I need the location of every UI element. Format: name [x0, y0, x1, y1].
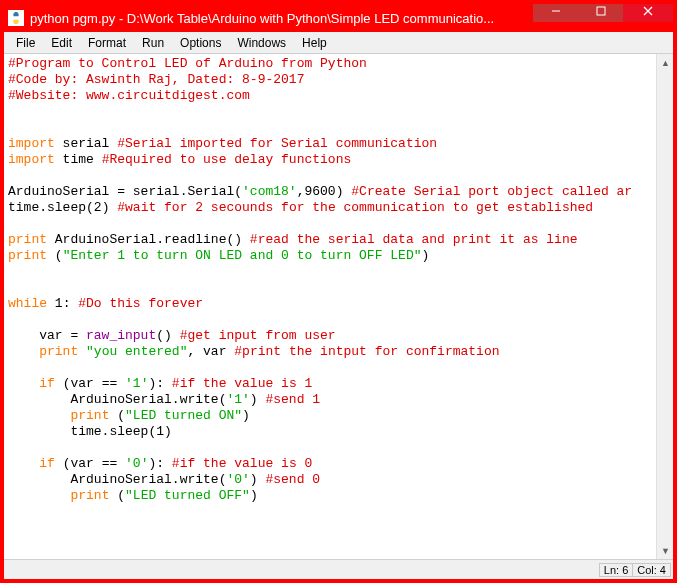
menu-format[interactable]: Format — [80, 34, 134, 52]
code-text: ) — [250, 488, 258, 503]
menu-file[interactable]: File — [8, 34, 43, 52]
code-number: 1 — [55, 296, 63, 311]
code-keyword: print — [8, 232, 47, 247]
code-string: 'com18' — [242, 184, 297, 199]
code-comment: #print the intput for confirmation — [234, 344, 499, 359]
code-string: "you entered" — [86, 344, 187, 359]
minimize-button[interactable] — [533, 0, 578, 22]
statusbar: Ln: 6 Col: 4 — [4, 559, 673, 579]
code-text — [8, 456, 39, 471]
code-text: ( — [109, 408, 125, 423]
code-text — [8, 376, 39, 391]
menu-edit[interactable]: Edit — [43, 34, 80, 52]
code-comment: #Serial imported for Serial communicatio… — [117, 136, 437, 151]
code-text: ArduinoSerial.write( — [8, 472, 226, 487]
editor-area: #Program to Control LED of Arduino from … — [4, 54, 673, 559]
code-comment: #get input from user — [180, 328, 336, 343]
code-text: time.sleep( — [8, 200, 94, 215]
code-text: ) — [242, 408, 250, 423]
code-text: ( — [109, 488, 125, 503]
code-keyword: if — [39, 456, 55, 471]
code-text: ): — [148, 376, 171, 391]
code-text: (var == — [55, 456, 125, 471]
code-keyword: import — [8, 136, 55, 151]
code-number: 1 — [156, 424, 164, 439]
code-text: () — [156, 328, 179, 343]
scroll-up-arrow[interactable]: ▲ — [657, 54, 674, 71]
code-keyword: print — [8, 248, 47, 263]
menu-options[interactable]: Options — [172, 34, 229, 52]
code-keyword: print — [70, 408, 109, 423]
window-title: python pgm.py - D:\Work Table\Arduino wi… — [30, 11, 533, 26]
close-button[interactable] — [623, 0, 673, 22]
code-comment: #Website: www.circuitdigest.com — [8, 88, 250, 103]
code-text — [8, 408, 70, 423]
code-comment: #if the value is 0 — [172, 456, 312, 471]
code-text: ): — [148, 456, 171, 471]
code-number: 2 — [94, 200, 102, 215]
maximize-button[interactable] — [578, 0, 623, 22]
code-string: '1' — [226, 392, 249, 407]
status-col: Col: 4 — [632, 563, 671, 577]
menubar: File Edit Format Run Options Windows Hel… — [4, 32, 673, 54]
code-comment: #Code by: Aswinth Raj, Dated: 8-9-2017 — [8, 72, 304, 87]
code-comment: #read the serial data and print it as li… — [250, 232, 578, 247]
app-icon — [8, 10, 24, 26]
code-string: "LED turned OFF" — [125, 488, 250, 503]
code-comment: #Create Serial port object called ar — [351, 184, 632, 199]
code-string: "LED turned ON" — [125, 408, 242, 423]
code-text: serial — [55, 136, 117, 151]
code-text: ) — [250, 472, 266, 487]
code-string: '1' — [125, 376, 148, 391]
code-text: ) — [250, 392, 266, 407]
svg-rect-1 — [597, 7, 605, 15]
code-number: 9600 — [304, 184, 335, 199]
scroll-down-arrow[interactable]: ▼ — [657, 542, 674, 559]
code-text: var = — [8, 328, 86, 343]
code-text — [8, 344, 39, 359]
code-keyword: while — [8, 296, 47, 311]
code-text — [47, 296, 55, 311]
code-text: ArduinoSerial.readline() — [47, 232, 250, 247]
code-text — [8, 488, 70, 503]
code-text: ) — [164, 424, 172, 439]
code-text: ) — [336, 184, 352, 199]
code-text: time — [55, 152, 102, 167]
code-text: ) — [102, 200, 118, 215]
menu-run[interactable]: Run — [134, 34, 172, 52]
vertical-scrollbar[interactable]: ▲ ▼ — [656, 54, 673, 559]
code-text: ( — [47, 248, 63, 263]
code-text: , var — [187, 344, 234, 359]
code-keyword: print — [39, 344, 78, 359]
code-comment: #Required to use delay functions — [102, 152, 352, 167]
code-comment: #Do this forever — [78, 296, 203, 311]
code-comment: #if the value is 1 — [172, 376, 312, 391]
menu-help[interactable]: Help — [294, 34, 335, 52]
code-builtin: raw_input — [86, 328, 156, 343]
status-line: Ln: 6 — [599, 563, 633, 577]
titlebar[interactable]: python pgm.py - D:\Work Table\Arduino wi… — [4, 4, 673, 32]
code-comment: #Program to Control LED of Arduino from … — [8, 56, 367, 71]
code-text: ) — [421, 248, 429, 263]
code-string: '0' — [125, 456, 148, 471]
code-text: time.sleep( — [8, 424, 156, 439]
code-editor[interactable]: #Program to Control LED of Arduino from … — [4, 54, 656, 559]
code-string: "Enter 1 to turn ON LED and 0 to turn OF… — [63, 248, 422, 263]
code-comment: #wait for 2 secounds for the communicati… — [117, 200, 593, 215]
code-keyword: import — [8, 152, 55, 167]
code-string: '0' — [226, 472, 249, 487]
code-text: ArduinoSerial.write( — [8, 392, 226, 407]
code-text: : — [63, 296, 79, 311]
menu-windows[interactable]: Windows — [229, 34, 294, 52]
code-keyword: print — [70, 488, 109, 503]
code-comment: #send 1 — [265, 392, 320, 407]
code-text: (var == — [55, 376, 125, 391]
code-text: ArduinoSerial = serial.Serial( — [8, 184, 242, 199]
window-controls — [533, 4, 673, 32]
code-comment: #send 0 — [265, 472, 320, 487]
code-keyword: if — [39, 376, 55, 391]
code-text — [78, 344, 86, 359]
